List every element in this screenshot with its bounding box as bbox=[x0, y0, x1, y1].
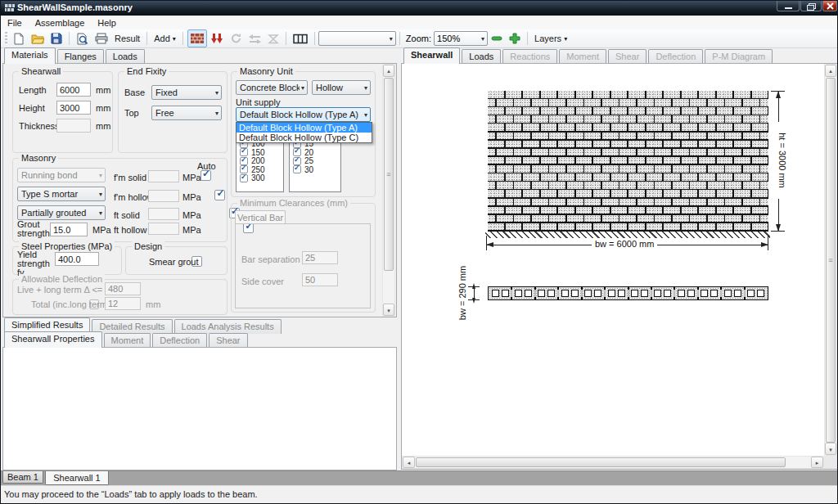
doc-tab-shearwall1[interactable]: Shearwall 1 bbox=[45, 471, 109, 485]
side-cover-input bbox=[302, 273, 338, 286]
chevron-down-icon: ▾ bbox=[214, 110, 219, 117]
unit-material-select[interactable]: Concrete Block▾ bbox=[236, 80, 308, 95]
tab-shear-view[interactable]: Shear bbox=[608, 49, 647, 64]
tab-detailed-results[interactable]: Detailed Results bbox=[92, 319, 172, 334]
application-window: ShearWallSample.masonry File Assemblage … bbox=[0, 0, 838, 504]
zoom-combobox[interactable]: 150%▾ bbox=[434, 31, 488, 46]
unit-supply-label: Unit supply bbox=[236, 97, 280, 107]
scroll-thumb[interactable]: ≡ bbox=[826, 78, 836, 443]
tab-loads[interactable]: Loads bbox=[106, 49, 145, 64]
ft-hollow-input bbox=[148, 223, 179, 235]
strength-checkbox[interactable]: ✓ bbox=[293, 165, 301, 173]
height-input[interactable] bbox=[56, 101, 91, 115]
shearwall-tool-button[interactable] bbox=[187, 29, 207, 47]
tab-reactions-view[interactable]: Reactions bbox=[502, 49, 557, 64]
loads-tool-button[interactable] bbox=[209, 30, 226, 47]
scroll-down-arrow[interactable]: ▾ bbox=[825, 443, 836, 455]
layers-button[interactable]: Layers ▾ bbox=[532, 30, 570, 47]
menu-assemblage[interactable]: Assemblage bbox=[29, 16, 92, 29]
total-deflection-input bbox=[105, 297, 141, 310]
length-unit: mm bbox=[96, 85, 110, 95]
zoom-in-icon bbox=[509, 33, 520, 44]
print-preview-icon bbox=[76, 33, 88, 45]
unit-core-select[interactable]: Hollow▾ bbox=[312, 80, 371, 95]
vertical-bar-tabpage bbox=[235, 223, 371, 308]
tab-materials[interactable]: Materials bbox=[4, 47, 56, 64]
toolbar-grip bbox=[5, 32, 7, 45]
flip-tool-button[interactable] bbox=[265, 30, 282, 47]
tab-moment-view[interactable]: Moment bbox=[559, 49, 606, 64]
grouting-select[interactable]: Partially grouted▾ bbox=[17, 205, 106, 220]
grout-strength-unit: MPa bbox=[92, 225, 111, 235]
mortar-select[interactable]: Type S mortar▾ bbox=[17, 187, 106, 201]
new-file-icon bbox=[13, 33, 25, 45]
scroll-thumb[interactable] bbox=[416, 457, 786, 467]
base-fixity-select[interactable]: Fixed▾ bbox=[151, 85, 222, 100]
zoom-out-button[interactable] bbox=[489, 30, 505, 47]
add-button[interactable]: Add ▾ bbox=[151, 30, 178, 47]
tab-moment-results[interactable]: Moment bbox=[104, 333, 151, 348]
tab-shearwall-view[interactable]: Shearwall bbox=[403, 47, 460, 64]
scroll-left-arrow[interactable]: ◂ bbox=[403, 457, 415, 468]
restore-button[interactable] bbox=[800, 1, 822, 11]
new-file-button[interactable] bbox=[11, 30, 27, 47]
minimize-button[interactable] bbox=[777, 1, 800, 11]
length-input[interactable] bbox=[56, 83, 91, 97]
beam-tool-button[interactable] bbox=[291, 30, 310, 47]
doc-tab-beam1[interactable]: Beam 1 bbox=[2, 471, 43, 484]
menu-file[interactable]: File bbox=[1, 16, 29, 29]
ft-solid-label: ft solid bbox=[114, 210, 140, 220]
beam-section-icon bbox=[293, 34, 308, 44]
materials-vscrollbar[interactable]: ▴ ≡ ▾ bbox=[382, 64, 395, 317]
unit-supply-dropdown-list: Default Block Hollow (Type A) Default Bl… bbox=[236, 122, 372, 143]
ft-solid-input bbox=[148, 208, 179, 220]
result-button[interactable]: Result bbox=[112, 30, 142, 47]
scroll-down-arrow[interactable]: ▾ bbox=[383, 304, 394, 316]
viewer-hscrollbar[interactable]: ◂ ▸ bbox=[402, 456, 824, 469]
scroll-up-arrow[interactable]: ▴ bbox=[383, 65, 394, 77]
dropdown-option-type-c[interactable]: Default Block Hollow (Type C) bbox=[237, 133, 372, 142]
tab-loads-view[interactable]: Loads bbox=[462, 49, 501, 64]
chevron-down-icon: ▾ bbox=[97, 172, 102, 179]
fm-solid-label: f'm solid bbox=[114, 173, 146, 182]
close-button[interactable] bbox=[822, 1, 837, 11]
scroll-thumb[interactable]: ≡ bbox=[384, 78, 394, 271]
zoom-out-icon bbox=[491, 33, 502, 44]
yield-strength-input[interactable] bbox=[55, 252, 99, 266]
results-content bbox=[2, 347, 397, 470]
print-icon bbox=[95, 33, 108, 44]
rotate-tool-button[interactable] bbox=[228, 30, 245, 47]
print-button[interactable] bbox=[92, 30, 110, 47]
vertical-bar-tab[interactable]: Vertical Bar bbox=[235, 210, 286, 224]
viewer-vscrollbar[interactable]: ▴ ≡ ▾ bbox=[824, 64, 837, 456]
top-fixity-select[interactable]: Free▾ bbox=[151, 106, 222, 120]
tab-pm-diagram-view[interactable]: P-M Diagram bbox=[705, 49, 773, 64]
menu-help[interactable]: Help bbox=[91, 16, 123, 29]
scroll-right-arrow[interactable]: ▸ bbox=[811, 457, 823, 468]
tab-deflection-results[interactable]: Deflection bbox=[152, 333, 207, 348]
app-icon bbox=[5, 4, 15, 12]
tab-shear-results[interactable]: Shear bbox=[209, 333, 247, 348]
tab-deflection-view[interactable]: Deflection bbox=[648, 49, 703, 64]
save-icon bbox=[51, 33, 62, 44]
selection-combobox[interactable]: ▾ bbox=[318, 31, 396, 46]
dropdown-option-type-a[interactable]: Default Block Hollow (Type A) bbox=[237, 123, 372, 133]
bar-separation-label: Bar separation bbox=[241, 254, 300, 264]
tab-flanges[interactable]: Flanges bbox=[57, 49, 104, 64]
tab-shearwall-properties[interactable]: Shearwall Properties bbox=[4, 331, 102, 348]
scroll-up-arrow[interactable]: ▴ bbox=[825, 65, 836, 77]
size-checkbox[interactable]: ✓ bbox=[240, 174, 248, 182]
open-file-button[interactable] bbox=[29, 30, 47, 47]
unit-supply-select[interactable]: Default Block Hollow (Type A)▾ bbox=[236, 107, 371, 122]
wall-section bbox=[488, 286, 768, 300]
title-bar[interactable]: ShearWallSample.masonry bbox=[1, 1, 837, 16]
grout-strength-input[interactable] bbox=[50, 223, 88, 236]
print-preview-button[interactable] bbox=[74, 30, 91, 47]
save-button[interactable] bbox=[48, 30, 65, 47]
tab-loads-analysis-results[interactable]: Loads Analysis Results bbox=[174, 319, 282, 334]
fm-solid-auto-checkbox[interactable]: ✓ bbox=[200, 170, 211, 181]
fm-solid-input bbox=[148, 170, 179, 182]
swap-tool-button[interactable] bbox=[246, 30, 264, 47]
zoom-in-button[interactable] bbox=[507, 30, 523, 47]
fm-hollow-auto-checkbox[interactable]: ✓ bbox=[214, 190, 225, 200]
